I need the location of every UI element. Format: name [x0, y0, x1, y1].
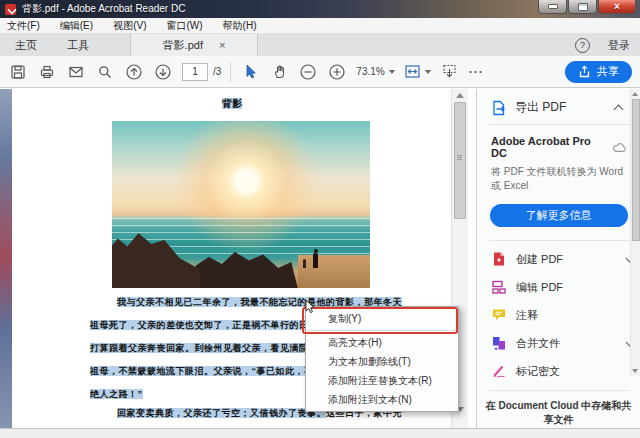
scrollbar-thumb[interactable] — [632, 99, 640, 241]
menu-item-highlight-text[interactable]: 高亮文本(H) — [306, 333, 458, 352]
acrobat-promo: Adobe Acrobat Pro DC 将 PDF 文件联机转换为 Word … — [477, 125, 640, 193]
panel-scrollbar[interactable] — [630, 89, 640, 376]
cloud-icon — [612, 142, 626, 153]
context-menu: 复制(Y) 高亮文本(H) 为文本加删除线(T) 添加附注至替换文本(R) 添加… — [305, 306, 459, 412]
fit-width-caret-icon — [425, 70, 431, 74]
menu-file[interactable]: 文件(F) — [7, 19, 40, 33]
menu-window[interactable]: 窗口(W) — [166, 19, 202, 33]
page-number-input[interactable] — [182, 63, 208, 81]
mouse-cursor-icon — [304, 299, 316, 315]
share-icon — [578, 65, 591, 78]
zoom-caret-icon — [389, 70, 395, 74]
comment-icon — [491, 307, 507, 323]
menu-view[interactable]: 视图(V) — [113, 19, 146, 33]
zoom-in-icon[interactable] — [327, 62, 347, 82]
menu-item-strikethrough-text[interactable]: 为文本加删除线(T) — [306, 352, 458, 371]
tab-tools[interactable]: 工具 — [52, 34, 104, 56]
close-icon: × — [614, 2, 620, 12]
page-total-label: /3 — [213, 66, 221, 77]
desktop-background-sliver — [0, 89, 12, 428]
tab-document[interactable]: 背影.pdf × — [130, 34, 258, 56]
doc-text-line-2: 祖母死了，父亲的差使也交卸了，正是祸不单行的日子， — [90, 319, 328, 332]
tool-create-pdf[interactable]: 创建 PDF — [477, 245, 640, 273]
maximize-icon — [578, 3, 588, 11]
tab-document-label: 背影.pdf — [163, 38, 203, 53]
export-pdf-label: 导出 PDF — [515, 99, 566, 116]
menu-item-copy[interactable]: 复制(Y) — [306, 309, 458, 328]
menu-item-add-note-to-text[interactable]: 添加附注到文本(N) — [306, 390, 458, 409]
export-pdf-icon — [491, 100, 507, 116]
tool-edit-pdf[interactable]: 编辑 PDF — [477, 273, 640, 301]
tool-combine-files[interactable]: 合并文件 — [477, 329, 640, 357]
fit-width-control[interactable] — [404, 63, 431, 80]
menu-item-add-note-replace-text[interactable]: 添加附注至替换文本(R) — [306, 371, 458, 390]
doc-text-selected: 回家变卖典质，父亲还了亏空；又借钱办了丧事。 — [117, 408, 326, 418]
doc-text-line-4: 祖母，不禁簌簌地流下眼泪。父亲说，“事已如此，不 — [90, 365, 314, 378]
cloud-footer-text: 在 Document Cloud 中存储和共享文件 — [484, 399, 634, 427]
title-bar: 背影.pdf - Adobe Acrobat Reader DC × — [0, 0, 640, 18]
pdf-logo-icon — [5, 4, 16, 15]
search-icon[interactable] — [95, 62, 115, 82]
document-heading-text: 背影 — [222, 98, 242, 109]
acrobat-window: 背影.pdf - Adobe Acrobat Reader DC × 文件(F)… — [0, 0, 640, 438]
zoom-out-icon[interactable] — [298, 62, 318, 82]
scrollbar-thumb[interactable] — [454, 102, 466, 219]
minimize-icon — [548, 4, 558, 9]
previous-page-icon[interactable] — [124, 62, 144, 82]
document-photo — [112, 121, 370, 288]
panel-divider — [489, 240, 630, 241]
sign-in-link[interactable]: 登录 — [608, 38, 630, 53]
hand-tool-icon[interactable] — [269, 62, 289, 82]
main-toolbar: /3 73.1% ··· 共享 — [0, 56, 640, 88]
promo-description: 将 PDF 文件联机转换为 Word 或 Excel — [491, 165, 625, 193]
tab-home[interactable]: 主页 — [0, 34, 52, 56]
email-icon[interactable] — [66, 62, 86, 82]
learn-more-button[interactable]: 了解更多信息 — [490, 204, 628, 227]
window-controls: × — [537, 0, 636, 14]
tool-redact[interactable]: 标记密文 — [477, 357, 640, 385]
close-button[interactable]: × — [598, 0, 636, 14]
menu-edit[interactable]: 编辑(E) — [60, 19, 93, 33]
doc-text-line-5: 绝人之路！” — [90, 388, 143, 401]
tab-bar: 主页 工具 背影.pdf × ? 登录 — [0, 34, 640, 56]
save-icon[interactable] — [8, 62, 28, 82]
page-display-icon[interactable] — [440, 62, 460, 82]
tool-comment[interactable]: 注释 — [477, 301, 640, 329]
zoom-level-value: 73.1% — [356, 66, 384, 77]
combine-files-icon — [491, 335, 507, 351]
create-pdf-icon — [491, 251, 507, 267]
share-button[interactable]: 共享 — [565, 61, 632, 83]
fit-width-icon — [404, 63, 421, 80]
doc-text-line-3: 打算跟着父亲奔丧回家。到徐州见着父亲，看见满院狼藉 — [90, 342, 328, 355]
photo-person-adult — [313, 253, 318, 268]
print-icon[interactable] — [37, 62, 57, 82]
zoom-level-control[interactable]: 73.1% — [356, 66, 394, 77]
window-title: 背影.pdf - Adobe Acrobat Reader DC — [22, 2, 185, 16]
photo-beach-sand — [298, 255, 370, 288]
export-pdf-section[interactable]: 导出 PDF — [477, 89, 640, 124]
menu-separator — [307, 330, 457, 331]
redact-icon — [491, 363, 507, 379]
select-tool-icon[interactable] — [240, 62, 260, 82]
share-button-label: 共享 — [597, 64, 619, 79]
scroll-up-icon[interactable] — [632, 92, 638, 96]
more-tools-icon[interactable]: ··· — [469, 65, 484, 79]
chevron-up-icon[interactable] — [614, 104, 624, 114]
horizontal-scrollbar-strip[interactable] — [0, 428, 640, 438]
menu-help[interactable]: 帮助(H) — [223, 19, 257, 33]
maximize-button[interactable] — [568, 0, 597, 14]
promo-title-text: Adobe Acrobat Pro DC — [491, 135, 606, 159]
toolbar-divider — [230, 62, 231, 82]
photo-person-child — [303, 259, 306, 268]
edit-pdf-icon — [491, 279, 507, 295]
document-heading: 背影 — [12, 97, 452, 111]
menu-bar: 文件(F) 编辑(E) 视图(V) 窗口(W) 帮助(H) — [0, 18, 640, 34]
next-page-icon[interactable] — [153, 62, 173, 82]
tools-panel: 导出 PDF Adobe Acrobat Pro DC 将 PDF 文件联机转换… — [476, 89, 640, 428]
scroll-down-icon[interactable] — [632, 369, 638, 373]
help-icon[interactable]: ? — [575, 38, 590, 53]
minimize-button[interactable] — [538, 0, 567, 14]
scroll-up-icon[interactable] — [456, 93, 464, 98]
tab-close-icon[interactable]: × — [219, 40, 225, 51]
